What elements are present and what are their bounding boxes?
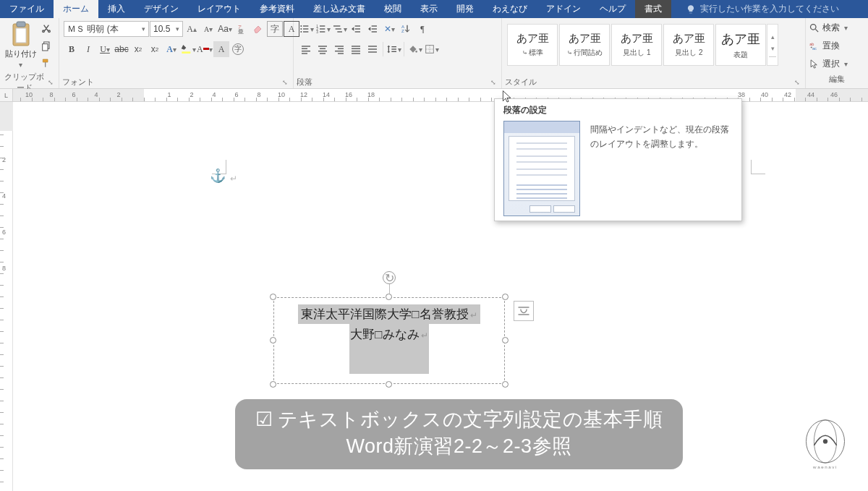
tab-mailings[interactable]: 差し込み文書 — [304, 0, 375, 18]
svg-text:A: A — [401, 25, 404, 29]
svg-rect-40 — [338, 48, 344, 49]
borders-button[interactable]: ▾ — [423, 41, 439, 57]
resize-handle-tl[interactable] — [270, 294, 276, 300]
cut-button[interactable] — [38, 21, 54, 37]
paint-bucket-icon — [407, 43, 419, 55]
numbering-button[interactable]: 123▾ — [315, 21, 331, 37]
svg-text:ab: ab — [810, 41, 814, 46]
justify-button[interactable] — [348, 41, 364, 57]
line-spacing-icon — [386, 43, 398, 55]
change-case-button[interactable]: Aa▾ — [217, 21, 233, 37]
text-effects-button[interactable]: A▾ — [163, 41, 179, 57]
align-left-icon — [300, 43, 312, 55]
svg-rect-52 — [391, 51, 396, 52]
grow-font-button[interactable]: A▴ — [184, 21, 200, 37]
increase-indent-button[interactable] — [365, 21, 380, 37]
replace-button[interactable]: abac置換 — [809, 38, 865, 54]
svg-rect-7 — [182, 51, 190, 54]
font-color-button[interactable]: A▾ — [197, 41, 213, 57]
tab-layout[interactable]: レイアウト — [188, 0, 250, 18]
show-marks-button[interactable]: ¶ — [414, 21, 430, 37]
resize-handle-bm[interactable] — [386, 381, 392, 388]
font-name-combo[interactable]: ＭＳ 明朝 (本 — [64, 21, 149, 37]
shrink-font-button[interactable]: A▾ — [200, 21, 216, 37]
svg-rect-28 — [372, 31, 377, 32]
svg-rect-32 — [302, 48, 307, 49]
phonetic-guide-button[interactable]: ア亜 — [234, 21, 250, 37]
copy-button[interactable] — [38, 38, 54, 54]
clipboard-launcher[interactable]: ⤡ — [46, 79, 56, 86]
align-right-button[interactable] — [331, 41, 347, 57]
highlight-button[interactable]: ▾ — [180, 41, 196, 57]
distributed-button[interactable] — [365, 41, 380, 57]
find-button[interactable]: 検索▾ — [809, 20, 865, 35]
tab-waenabi[interactable]: わえなび — [483, 0, 537, 18]
ruler-corner[interactable]: L — [0, 89, 13, 102]
ribbon-tabs: ファイル ホーム 挿入 デザイン レイアウト 参考資料 差し込み文書 校閲 表示… — [0, 0, 868, 18]
tab-design[interactable]: デザイン — [135, 0, 188, 18]
resize-handle-ml[interactable] — [270, 337, 276, 343]
svg-rect-33 — [302, 51, 310, 51]
anchor-icon: ⚓ — [210, 168, 226, 184]
clear-formatting-button[interactable] — [250, 21, 266, 37]
svg-rect-31 — [302, 46, 310, 46]
vertical-ruler[interactable]: 2468 — [0, 102, 13, 491]
resize-handle-bl[interactable] — [270, 381, 276, 388]
multilevel-list-button[interactable]: ▾ — [331, 21, 347, 37]
strikethrough-button[interactable]: abc — [114, 41, 129, 57]
character-shading-button[interactable]: A — [213, 41, 229, 57]
svg-rect-15 — [320, 25, 325, 26]
tab-developer[interactable]: 開発 — [447, 0, 483, 18]
svg-point-8 — [300, 25, 302, 27]
tell-me-search[interactable]: 実行したい作業を入力してください — [678, 0, 868, 18]
asian-layout-button[interactable]: ✕▾ — [381, 21, 397, 37]
bullets-button[interactable]: ▾ — [298, 21, 314, 37]
tab-format[interactable]: 書式 — [635, 0, 671, 18]
tooltip-thumbnail — [503, 121, 580, 216]
rotate-handle[interactable]: ↻ — [383, 271, 396, 284]
align-center-button[interactable] — [315, 41, 331, 57]
bold-button[interactable]: B — [64, 41, 80, 57]
distributed-icon — [367, 43, 378, 55]
paragraph-launcher[interactable]: ⤡ — [488, 79, 498, 86]
styles-more-button[interactable]: ▴▾ — [767, 24, 778, 66]
svg-rect-38 — [320, 53, 326, 54]
superscript-button[interactable]: x2 — [147, 41, 163, 57]
resize-handle-mr[interactable] — [502, 337, 509, 343]
tab-file[interactable]: ファイル — [0, 0, 54, 18]
svg-rect-2 — [16, 28, 26, 43]
resize-handle-tm[interactable] — [386, 294, 392, 300]
font-size-combo[interactable]: 10.5 — [150, 21, 183, 37]
paste-button[interactable]: 貼り付け ▾ — [4, 21, 37, 69]
resize-handle-tr[interactable] — [502, 294, 509, 300]
styles-gallery[interactable]: あア亜標準 あア亜行間詰め あア亜見出し 1 あア亜見出し 2 あア亜表題 ▴▾ — [506, 22, 778, 67]
tab-view[interactable]: 表示 — [411, 0, 447, 18]
tab-review[interactable]: 校閲 — [375, 0, 411, 18]
tab-insert[interactable]: 挿入 — [98, 0, 135, 18]
tab-help[interactable]: ヘルプ — [590, 0, 635, 18]
align-left-button[interactable] — [298, 41, 314, 57]
svg-rect-22 — [337, 31, 342, 32]
decrease-indent-button[interactable] — [348, 21, 364, 37]
shading-button[interactable]: ▾ — [407, 41, 422, 57]
enclose-characters-button[interactable]: 字 — [267, 21, 283, 37]
scissors-icon — [41, 23, 52, 35]
margin-corner-tr — [751, 160, 765, 174]
select-button[interactable]: 選択▾ — [809, 56, 865, 72]
tab-references[interactable]: 参考資料 — [250, 0, 304, 18]
italic-button[interactable]: I — [80, 41, 96, 57]
line-spacing-button[interactable]: ▾ — [386, 41, 401, 57]
resize-handle-br[interactable] — [502, 381, 509, 388]
tab-addins[interactable]: アドイン — [537, 0, 590, 18]
svg-rect-36 — [320, 48, 326, 49]
underline-button[interactable]: U▾ — [97, 41, 113, 57]
subscript-button[interactable]: x2 — [130, 41, 146, 57]
text-box[interactable]: ↻ 東洋太平洋国際大学□名誉教授 大野□みなみ — [273, 297, 505, 384]
sort-button[interactable]: AZ — [398, 21, 414, 37]
enclosed-character-button[interactable]: 字 — [230, 41, 246, 57]
styles-launcher[interactable]: ⤡ — [792, 79, 802, 86]
layout-options-button[interactable] — [514, 301, 534, 321]
format-painter-button[interactable] — [38, 56, 54, 72]
font-launcher[interactable]: ⤡ — [280, 79, 290, 86]
tab-home[interactable]: ホーム — [54, 0, 98, 18]
